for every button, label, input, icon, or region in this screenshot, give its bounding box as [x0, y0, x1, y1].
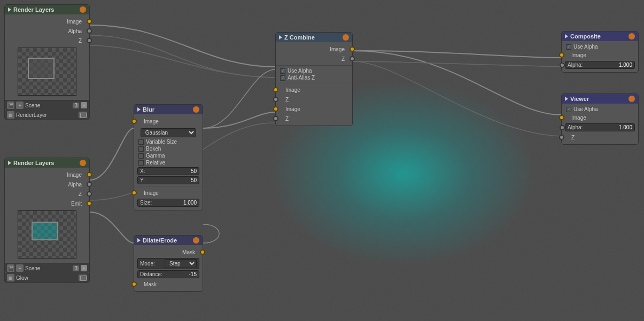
render-layers-header-1[interactable]: Render Layers	[5, 5, 89, 14]
socket-zcombine-z-out[interactable]	[350, 56, 355, 61]
scene-x-2[interactable]: ×	[81, 265, 87, 271]
socket-viewer-z-in[interactable]	[559, 135, 564, 140]
relative-checkbox[interactable]	[138, 160, 144, 166]
zcombine-use-alpha-label: Use Alpha	[288, 68, 312, 74]
collapse-icon-dilate	[137, 238, 141, 242]
render-layers-close-2[interactable]	[80, 160, 86, 166]
bokeh-label: Bokeh	[146, 146, 161, 152]
render-layers-node-2: Render Layers Image Alpha Z Emit 🎬 + Sce…	[4, 158, 90, 283]
socket-composite-alpha-in[interactable]	[560, 62, 565, 68]
blur-size-field[interactable]: Size: 1.000	[137, 199, 199, 207]
composite-header[interactable]: Composite	[562, 32, 638, 41]
blur-type-select[interactable]: Gaussian	[141, 128, 196, 137]
output-alpha-1: Alpha	[5, 26, 89, 36]
zcombine-use-alpha-check[interactable]	[280, 68, 285, 74]
zcombine-header[interactable]: Z Combine	[276, 33, 352, 42]
bokeh-checkbox[interactable]	[138, 146, 144, 152]
zcombine-close[interactable]	[343, 34, 349, 41]
socket-zcombine-img-out[interactable]	[350, 46, 355, 52]
socket-alpha-out-1[interactable]	[87, 28, 92, 34]
zcombine-body: Image Z Use Alpha Anti-Alias Z Image Z I…	[276, 42, 352, 126]
render-layers-title-2: Render Layers	[13, 160, 77, 166]
blur-title: Blur	[143, 106, 191, 113]
viewer-header[interactable]: Viewer	[562, 94, 638, 104]
dilate-close[interactable]	[193, 237, 199, 244]
composite-alpha-field[interactable]: Alpha: 1.000	[565, 61, 635, 69]
render-bottom-bar-1: 🎬 + Scene 3 ×	[5, 100, 89, 110]
collapse-icon-viewer	[565, 97, 568, 101]
gamma-checkbox[interactable]	[138, 153, 144, 159]
render-layers-close-1[interactable]	[80, 6, 86, 13]
viewer-use-alpha-row: Use Alpha	[562, 106, 638, 113]
composite-input-image: Image	[562, 50, 638, 60]
render-preview-1	[18, 48, 76, 96]
socket-image-out-2[interactable]	[87, 172, 92, 177]
dilate-mode-label: Mode:	[140, 261, 165, 267]
blur-variable-size-row: Variable Size	[134, 138, 203, 145]
socket-zcombine-img2-in[interactable]	[273, 106, 278, 112]
collapse-icon-zcombine	[279, 35, 282, 40]
socket-dilate-in[interactable]	[131, 281, 137, 287]
socket-z-out-1[interactable]	[87, 38, 92, 43]
zcombine-use-alpha-row: Use Alpha	[276, 67, 352, 74]
socket-emit-out-2[interactable]	[87, 201, 92, 206]
blur-gamma-row: Gamma	[134, 152, 203, 159]
dilate-distance-field[interactable]: Distance: -15	[137, 270, 199, 278]
render-layers-body-1: Image Alpha Z	[5, 14, 89, 100]
socket-dilate-out[interactable]	[200, 249, 205, 255]
gamma-label: Gamma	[146, 153, 165, 159]
viewer-alpha-label: Alpha:	[568, 124, 619, 130]
blur-bokeh-row: Bokeh	[134, 145, 203, 152]
blur-close[interactable]	[193, 106, 199, 113]
dilate-output-row: Mask	[134, 247, 203, 257]
blur-image2-row: Image	[134, 188, 203, 198]
socket-composite-img-in[interactable]	[559, 52, 564, 58]
socket-alpha-out-2[interactable]	[87, 182, 92, 187]
viewer-alpha-field[interactable]: Alpha: 1.000	[565, 123, 635, 131]
composite-use-alpha-row: Use Alpha	[562, 43, 638, 50]
dilate-header[interactable]: Dilate/Erode	[134, 236, 203, 245]
layer-label-1: RenderLayer	[16, 112, 77, 118]
preview-box-1	[28, 58, 55, 79]
composite-close[interactable]	[629, 33, 635, 40]
viewer-node: Viewer Use Alpha Image Alpha: 1.000 Z	[561, 93, 639, 145]
dilate-mode-field: Mode: Step	[137, 258, 199, 269]
render-layers-header-2[interactable]: Render Layers	[5, 158, 89, 168]
zcombine-antialias-check[interactable]	[280, 75, 285, 81]
socket-viewer-alpha-in[interactable]	[560, 125, 565, 130]
scene-num-2: 3	[73, 265, 79, 271]
output-image-1: Image	[5, 17, 89, 26]
dilate-mode-select[interactable]: Step	[165, 259, 197, 268]
blur-body: Image Gaussian Variable Size Bokeh Gamma…	[134, 114, 203, 210]
socket-blur-img2-in[interactable]	[131, 190, 137, 195]
dilate-title: Dilate/Erode	[143, 237, 191, 244]
variable-size-checkbox[interactable]	[138, 139, 144, 145]
layer-icon-1: ▤	[7, 111, 14, 119]
zcombine-divider1	[276, 65, 352, 66]
socket-viewer-img-in[interactable]	[559, 115, 564, 120]
blur-x-label: X:	[140, 168, 191, 174]
blur-x-field[interactable]: X: 50	[137, 167, 199, 175]
viewer-input-z: Z	[562, 132, 638, 142]
blur-input-row: Image	[134, 116, 203, 126]
socket-zcombine-z2-in[interactable]	[273, 116, 278, 121]
socket-blur-out[interactable]	[131, 119, 137, 124]
collapse-icon-composite	[565, 34, 568, 38]
output-alpha-2: Alpha	[5, 179, 89, 189]
variable-size-label: Variable Size	[146, 139, 177, 145]
blur-header[interactable]: Blur	[134, 105, 203, 114]
viewer-close[interactable]	[629, 96, 635, 102]
socket-image-out-1[interactable]	[87, 19, 92, 24]
socket-zcombine-z1-in[interactable]	[273, 97, 278, 102]
viewer-alpha-value: 1.000	[619, 124, 632, 130]
scene-icon-2: 🎬	[7, 264, 14, 272]
dilate-body: Mask Mode: Step Distance: -15 Mask	[134, 245, 203, 291]
viewer-use-alpha-check[interactable]	[566, 107, 571, 112]
socket-zcombine-img1-in[interactable]	[273, 87, 278, 92]
viewer-title: Viewer	[570, 96, 626, 102]
scene-x-1[interactable]: ×	[81, 102, 87, 108]
blur-node: Blur Image Gaussian Variable Size Bokeh …	[134, 104, 203, 210]
blur-y-field[interactable]: Y: 50	[137, 176, 199, 184]
socket-z-out-2[interactable]	[87, 191, 92, 197]
composite-use-alpha-check[interactable]	[566, 44, 571, 50]
